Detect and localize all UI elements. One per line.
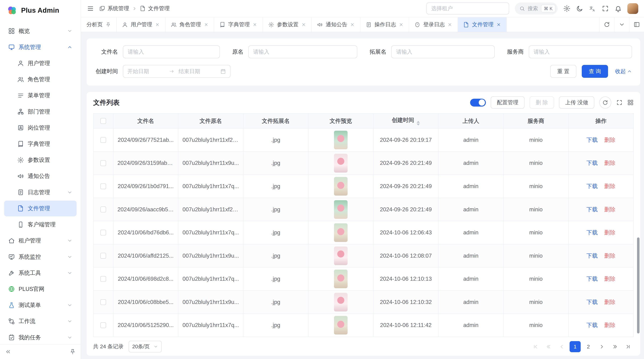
- delete-link[interactable]: 删除: [604, 276, 616, 282]
- file-preview-image[interactable]: [334, 154, 348, 172]
- tab-role-manage[interactable]: 角色管理: [166, 17, 214, 32]
- row-checkbox[interactable]: [100, 253, 106, 259]
- download-link[interactable]: 下载: [586, 229, 598, 236]
- column-settings-button[interactable]: [627, 99, 634, 106]
- table-scrollbar-thumb[interactable]: [637, 237, 640, 334]
- sidebar-item-dict-manage[interactable]: 字典管理: [4, 136, 76, 152]
- close-icon[interactable]: [302, 22, 306, 27]
- notifications-button[interactable]: [615, 5, 622, 12]
- filter-input-file-name[interactable]: [123, 45, 220, 58]
- row-checkbox[interactable]: [100, 322, 106, 328]
- download-link[interactable]: 下载: [586, 322, 598, 328]
- row-checkbox[interactable]: [100, 137, 106, 143]
- delete-link[interactable]: 删除: [604, 229, 616, 236]
- file-preview-image[interactable]: [334, 293, 348, 312]
- download-link[interactable]: 下载: [586, 299, 598, 305]
- download-link[interactable]: 下载: [586, 137, 598, 143]
- sidebar-item-post-manage[interactable]: 岗位管理: [4, 120, 76, 136]
- delete-link[interactable]: 删除: [604, 137, 616, 143]
- next-page-button[interactable]: [596, 341, 607, 352]
- delete-link[interactable]: 删除: [604, 299, 616, 305]
- first-page-button[interactable]: [530, 341, 541, 352]
- download-link[interactable]: 下载: [586, 160, 598, 166]
- breadcrumb-item[interactable]: 文件管理: [140, 5, 170, 12]
- breadcrumb-item[interactable]: 系统管理: [99, 5, 129, 12]
- tab-user-manage[interactable]: 用户管理: [117, 17, 166, 32]
- filter-input-original-name[interactable]: [248, 45, 357, 58]
- collapse-sidebar-button[interactable]: [5, 349, 11, 355]
- file-preview-image[interactable]: [334, 270, 348, 288]
- prev-page-button[interactable]: [556, 341, 568, 352]
- pin-icon[interactable]: [106, 22, 111, 27]
- file-preview-image[interactable]: [334, 200, 348, 219]
- sidebar-item-role-manage[interactable]: 角色管理: [4, 71, 76, 87]
- column-header[interactable]: 创建时间: [373, 113, 438, 128]
- upload-button[interactable]: 上传 没做: [559, 96, 594, 109]
- delete-link[interactable]: 删除: [604, 206, 616, 213]
- sidebar-item-user-manage[interactable]: 用户管理: [4, 55, 76, 71]
- sidebar-item-file-manage[interactable]: 文件管理: [4, 201, 76, 216]
- sidebar-item-my-tasks[interactable]: 我的任务: [4, 330, 76, 346]
- close-icon[interactable]: [252, 22, 257, 27]
- file-preview-image[interactable]: [334, 223, 348, 242]
- file-preview-image[interactable]: [334, 177, 348, 196]
- download-link[interactable]: 下载: [586, 183, 598, 189]
- filter-input-provider[interactable]: [529, 45, 632, 58]
- settings-button[interactable]: [563, 5, 570, 12]
- sidebar-item-workflow[interactable]: 工作流: [4, 314, 76, 329]
- global-search[interactable]: 搜索 ⌘ K: [515, 2, 558, 14]
- delete-link[interactable]: 删除: [604, 322, 616, 328]
- tab-login-log[interactable]: 登录日志: [409, 17, 458, 32]
- sidebar-item-test-menu[interactable]: 测试菜单: [4, 297, 76, 313]
- delete-selected-button[interactable]: 删 除: [530, 96, 554, 109]
- jump-back-button[interactable]: [543, 341, 554, 352]
- tab-param-setting[interactable]: 参数设置: [263, 17, 312, 32]
- tab-analysis[interactable]: 分析页: [81, 17, 117, 32]
- sidebar-item-notice[interactable]: 通知公告: [4, 168, 76, 184]
- row-checkbox[interactable]: [100, 276, 106, 282]
- sidebar-item-param-setting[interactable]: 参数设置: [4, 152, 76, 168]
- row-checkbox[interactable]: [100, 183, 106, 189]
- search-bar-toggle[interactable]: [470, 99, 486, 107]
- file-preview-image[interactable]: [334, 131, 348, 149]
- page-size-select[interactable]: 20条/页: [128, 341, 162, 353]
- delete-link[interactable]: 删除: [604, 160, 616, 166]
- delete-link[interactable]: 删除: [604, 183, 616, 189]
- sidebar-item-system-tools[interactable]: 系统工具: [4, 265, 76, 281]
- close-icon[interactable]: [204, 22, 208, 27]
- sidebar-item-client-manage[interactable]: 客户端管理: [4, 217, 76, 232]
- search-button[interactable]: 查 询: [582, 65, 608, 78]
- fullscreen-list-button[interactable]: [616, 99, 622, 106]
- close-icon[interactable]: [448, 22, 452, 27]
- pin-sidebar-button[interactable]: [70, 349, 76, 355]
- theme-toggle-button[interactable]: [576, 5, 583, 12]
- row-checkbox[interactable]: [100, 160, 106, 166]
- file-preview-image[interactable]: [334, 316, 348, 335]
- row-checkbox[interactable]: [100, 207, 106, 212]
- filter-input-extension[interactable]: [391, 45, 494, 58]
- user-avatar[interactable]: [627, 3, 638, 14]
- download-link[interactable]: 下载: [586, 276, 598, 282]
- sidebar-item-menu-manage[interactable]: 菜单管理: [4, 88, 76, 103]
- tab-file-manage[interactable]: 文件管理: [458, 17, 507, 32]
- download-link[interactable]: 下载: [586, 253, 598, 259]
- close-icon[interactable]: [496, 22, 501, 27]
- app-logo[interactable]: Plus Admin: [0, 0, 81, 21]
- file-preview-image[interactable]: [334, 247, 348, 265]
- refresh-page-button[interactable]: [599, 17, 614, 32]
- refresh-list-button[interactable]: [599, 96, 611, 108]
- close-icon[interactable]: [155, 22, 160, 27]
- close-icon[interactable]: [399, 22, 404, 27]
- row-checkbox[interactable]: [100, 299, 106, 305]
- sidebar-item-log-manage[interactable]: 日志管理: [4, 185, 76, 200]
- collapse-filter-link[interactable]: 收起: [615, 68, 632, 75]
- layout-toggle-button[interactable]: [629, 17, 644, 32]
- page-button-2[interactable]: 2: [583, 341, 594, 352]
- select-all-checkbox[interactable]: [100, 118, 106, 124]
- tab-notice[interactable]: 通知公告: [312, 17, 360, 32]
- sort-control[interactable]: [417, 121, 420, 126]
- last-page-button[interactable]: [622, 341, 634, 352]
- sidebar-item-system-manage[interactable]: 系统管理: [4, 39, 76, 55]
- reset-button[interactable]: 重 置: [550, 65, 576, 78]
- close-icon[interactable]: [350, 22, 354, 27]
